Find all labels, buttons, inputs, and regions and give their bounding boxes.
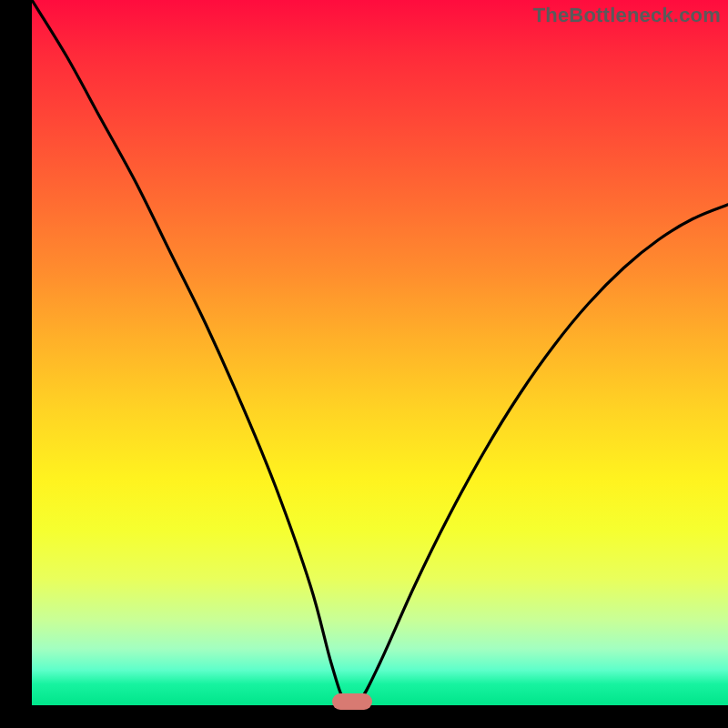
bottleneck-curve bbox=[32, 0, 728, 705]
curve-layer bbox=[32, 0, 728, 705]
optimal-marker bbox=[332, 693, 372, 710]
chart-frame: TheBottleneck.com bbox=[0, 0, 728, 728]
plot-area: TheBottleneck.com bbox=[32, 0, 728, 705]
